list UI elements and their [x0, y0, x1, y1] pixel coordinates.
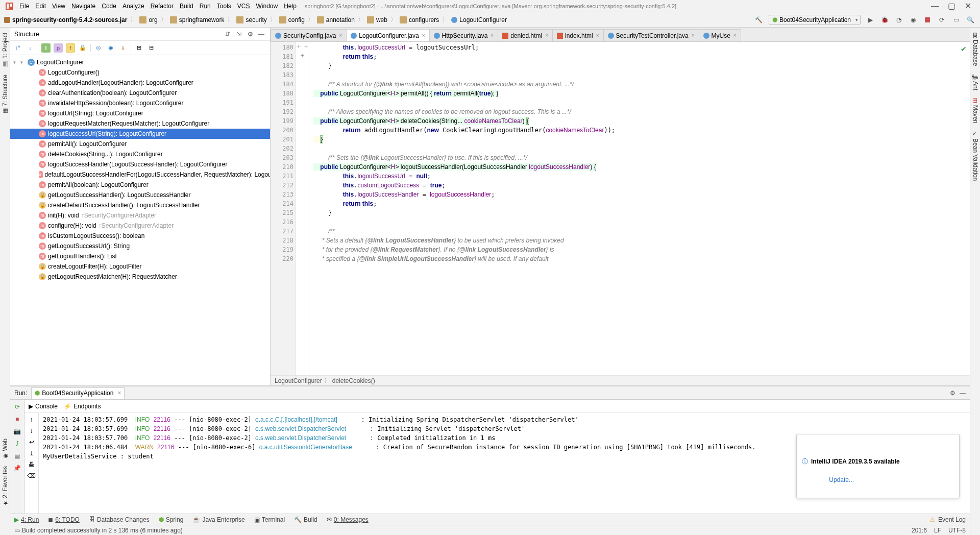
build-icon[interactable]: 🔨: [754, 15, 764, 25]
menu-run[interactable]: Run: [197, 3, 214, 10]
sidebar-tab-beanvalidation[interactable]: ✓ Bean Validation: [971, 127, 980, 184]
flatten-icon[interactable]: ⇵: [223, 30, 232, 39]
menu-code[interactable]: Code: [99, 3, 119, 10]
tree-item[interactable]: mlogoutSuccessHandler(LogoutSuccessHandl…: [10, 159, 270, 169]
close-icon[interactable]: ×: [422, 33, 425, 38]
camera-icon[interactable]: 📷: [13, 427, 21, 435]
lambda-icon[interactable]: λ: [118, 43, 128, 53]
structure-tree[interactable]: ▾▾CLogoutConfigurer mLogoutConfigurer()m…: [10, 55, 270, 385]
tree-item[interactable]: mgetLogoutSuccessUrl(): String: [10, 241, 270, 251]
coverage-button[interactable]: ◔: [894, 15, 903, 25]
sidebar-tab-web[interactable]: ◉ Web: [1, 435, 10, 463]
menu-analyze[interactable]: Analyze: [119, 3, 148, 10]
close-icon[interactable]: ×: [692, 33, 695, 38]
editor-tab[interactable]: HttpSecurity.java×: [429, 29, 499, 41]
close-icon[interactable]: ×: [339, 33, 342, 38]
fold-gutter[interactable]: + + +: [296, 42, 309, 375]
scroll-to-source-icon[interactable]: ◎: [94, 43, 103, 53]
tree-item[interactable]: 🔒createDefaultSuccessHandler(): LogoutSu…: [10, 200, 270, 210]
gear-icon[interactable]: ⚙: [950, 390, 955, 397]
run-button[interactable]: ▶: [866, 15, 875, 25]
show-fields-icon[interactable]: f: [66, 43, 75, 53]
console-output[interactable]: 2021-01-24 18:03:57.699 INFO 22116 --- […: [39, 413, 970, 514]
code-area[interactable]: this.logoutSuccessUrl = logoutSuccessUrl…: [309, 42, 970, 375]
tree-item[interactable]: minvalidateHttpSession(boolean): LogoutC…: [10, 98, 270, 108]
collapse-all-icon[interactable]: ⊟: [146, 43, 156, 53]
tree-item[interactable]: 🔒getLogoutRequestMatcher(H): RequestMatc…: [10, 272, 270, 282]
tree-item[interactable]: mgetLogoutHandlers(): List: [10, 251, 270, 261]
scroll-from-source-icon[interactable]: ◉: [106, 43, 115, 53]
wrap-icon[interactable]: ↩: [29, 439, 34, 446]
breadcrumb[interactable]: security: [234, 16, 268, 23]
sort-visibility-icon[interactable]: ↓: [26, 43, 35, 53]
minimize-panel-icon[interactable]: —: [960, 390, 966, 397]
gear-icon[interactable]: ⚙: [246, 30, 255, 39]
tree-item[interactable]: mclearAuthentication(boolean): LogoutCon…: [10, 88, 270, 98]
menu-help[interactable]: Help: [281, 3, 300, 10]
close-icon[interactable]: ×: [545, 33, 548, 38]
tree-item[interactable]: mlogoutRequestMatcher(RequestMatcher): L…: [10, 118, 270, 129]
rerun-icon[interactable]: ⟳: [13, 403, 21, 411]
editor-tab[interactable]: MyUse×: [699, 29, 741, 41]
expand-icon[interactable]: ⇲: [234, 30, 243, 39]
menu-navigate[interactable]: Navigate: [68, 3, 99, 10]
sidebar-tab-structure[interactable]: ▦ 7: Structure: [1, 71, 10, 117]
show-nonpublic-icon[interactable]: 🔒: [78, 43, 87, 53]
editor-tab[interactable]: SecurityTestController.java×: [603, 29, 699, 41]
scroll-end-icon[interactable]: ⤓: [29, 450, 34, 457]
code-breadcrumb[interactable]: LogoutConfigurer〉deleteCookies(): [271, 375, 970, 385]
run-configuration-select[interactable]: ⬢Boot04SecurityApplication: [769, 15, 861, 25]
layout-icon[interactable]: ▤: [13, 452, 21, 460]
minimize-button[interactable]: —: [932, 3, 938, 9]
run-tab[interactable]: ⬢Boot04SecurityApplication×: [31, 387, 125, 399]
sidebar-tab-database[interactable]: 🗄 Database: [971, 30, 980, 69]
layout-button[interactable]: ▭: [951, 15, 961, 25]
show-interfaces-icon[interactable]: I: [41, 43, 51, 53]
sidebar-tab-favorites[interactable]: ★ 2: Favorites: [1, 463, 10, 509]
event-log-tab[interactable]: Event Log: [938, 516, 966, 523]
update-icon[interactable]: ⤴: [13, 440, 21, 448]
editor-tab[interactable]: SecurityConfig.java×: [271, 29, 347, 41]
menu-build[interactable]: Build: [177, 3, 197, 10]
breadcrumb-jar[interactable]: spring-security-config-5.4.2-sources.jar: [2, 16, 129, 23]
tree-item[interactable]: mlogoutSuccessUrl(String): LogoutConfigu…: [10, 129, 270, 139]
menu-view[interactable]: View: [49, 3, 68, 10]
clear-icon[interactable]: ⌫: [27, 472, 36, 479]
bottom-tab-messages[interactable]: ✉ 0: Messages: [327, 516, 369, 523]
breadcrumb[interactable]: web: [365, 16, 389, 23]
close-icon[interactable]: ×: [733, 33, 737, 38]
tree-item[interactable]: mpermitAll(boolean): LogoutConfigurer: [10, 180, 270, 190]
down-icon[interactable]: ↓: [30, 427, 33, 434]
console-tab[interactable]: ▶Console: [29, 403, 58, 410]
menu-refactor[interactable]: Refactor: [148, 3, 177, 10]
menu-file[interactable]: File: [16, 3, 32, 10]
menu-window[interactable]: Window: [253, 3, 281, 10]
tree-item[interactable]: mLogoutConfigurer(): [10, 67, 270, 78]
menu-vcs[interactable]: VCS: [234, 3, 253, 10]
update-button[interactable]: ⟳: [937, 15, 946, 25]
close-icon[interactable]: ×: [596, 33, 599, 38]
close-button[interactable]: ✕: [965, 3, 971, 9]
breadcrumb[interactable]: LogoutConfigurer: [449, 16, 509, 23]
tree-item[interactable]: misCustomLogoutSuccess(): boolean: [10, 231, 270, 241]
bottom-tab-db-changes[interactable]: 🗄 Database Changes: [89, 516, 150, 523]
bottom-tab-run[interactable]: ▶4: Run: [14, 516, 39, 523]
tree-item[interactable]: maddLogoutHandler(LogoutHandler): Logout…: [10, 78, 270, 88]
breadcrumb[interactable]: configurers: [398, 16, 441, 23]
bottom-tab-build[interactable]: 🔨 Build: [294, 516, 317, 523]
tree-root[interactable]: ▾▾CLogoutConfigurer: [10, 57, 270, 67]
maximize-button[interactable]: ▢: [948, 3, 954, 9]
stop-icon[interactable]: ■: [13, 415, 21, 423]
breadcrumb[interactable]: annotation: [315, 16, 357, 23]
close-icon[interactable]: ×: [491, 33, 494, 38]
editor-tab[interactable]: LogoutConfigurer.java×: [346, 29, 429, 41]
sidebar-tab-maven[interactable]: m Maven: [971, 95, 980, 127]
bottom-tab-terminal[interactable]: ▣ Terminal: [254, 516, 285, 523]
sidebar-tab-project[interactable]: ▤ 1: Project: [1, 30, 10, 70]
bottom-tab-spring[interactable]: ⬢ Spring: [159, 516, 184, 523]
breadcrumb[interactable]: springframework: [168, 16, 227, 23]
bottom-tab-todo[interactable]: ≣ 6: TODO: [48, 516, 80, 523]
line-separator[interactable]: LF: [934, 527, 941, 534]
sort-alpha-icon[interactable]: ↓ᴬ: [13, 43, 22, 53]
editor-tab[interactable]: denied.html×: [498, 29, 553, 41]
